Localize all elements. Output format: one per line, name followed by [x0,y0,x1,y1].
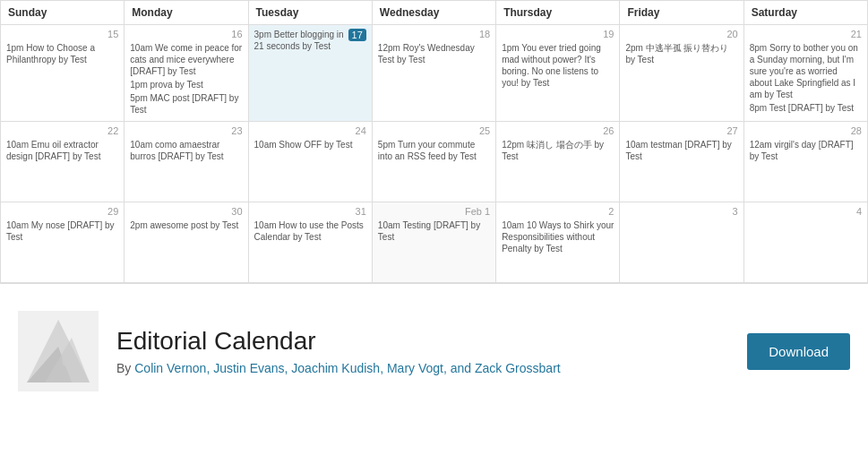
calendar-event[interactable]: 10am como amaestrar burros [DRAFT] by Te… [130,139,242,162]
day-number: 26 [502,125,614,136]
calendar-cell: Feb 110am Testing [DRAFT] by Test [372,202,495,283]
calendar-cell: 3 [620,202,743,283]
download-button[interactable]: Download [747,333,850,370]
calendar-event[interactable]: 5pm MAC post [DRAFT] by Test [130,92,242,116]
calendar-cell: 2710am testman [DRAFT] by Test [620,122,743,202]
day-number: 28 [750,125,862,136]
day-number: 4 [750,206,862,217]
day-number: 19 [502,29,614,39]
calendar-event[interactable]: 12pm 味消し 場合の手 by Test [502,139,614,162]
calendar-event[interactable]: 10am Show OFF by Test [254,139,366,150]
day-number: 30 [130,206,242,217]
day-number: 15 [6,29,118,39]
day-number: 23 [130,125,242,136]
day-number: 16 [130,29,242,39]
day-number: 3 [625,206,737,217]
calendar-cell: 255pm Turn your commute into an RSS feed… [372,122,495,202]
calendar-cell: 2812am virgil's day [DRAFT] by Test [743,122,867,202]
calendar-cell: 210am 10 Ways to Shirk your Responsibili… [496,202,620,283]
by-label: By [116,361,131,375]
calendar-event[interactable]: 2pm 中逃半孤 振り替わり by Test [625,42,737,65]
day-number: 25 [378,125,490,136]
calendar-event[interactable]: 10am My nose [DRAFT] by Test [6,219,118,243]
calendar-cell: 3110am How to use the Posts Calendar by … [248,202,372,283]
day-number: 21 [750,29,862,39]
calendar-event[interactable]: 2pm awesome post by Test [130,219,242,231]
calendar-cell: 1812pm Roy's Wednesday Test by Test [372,25,495,122]
day-number: 17 [348,29,366,41]
calendar-cell: 151pm How to Choose a Philanthropy by Te… [1,25,125,122]
calendar-event[interactable]: 8pm Sorry to bother you on a Sunday morn… [750,42,862,100]
day-number: 22 [6,125,118,136]
author-link[interactable]: Colin Vernon, Justin Evans, Joachim Kudi… [134,361,560,375]
calendar-event[interactable]: 8pm Test [DRAFT] by Test [750,102,862,114]
plugin-details: Editorial Calendar By Colin Vernon, Just… [116,327,729,375]
calendar-header-sunday: Sunday [1,1,125,25]
calendar-header-thursday: Thursday [496,1,620,25]
calendar-cell: 4 [743,202,867,283]
calendar-header-tuesday: Tuesday [248,1,372,25]
calendar-event[interactable]: 12am virgil's day [DRAFT] by Test [750,139,862,162]
calendar-cell: 202pm 中逃半孤 振り替わり by Test [620,25,743,122]
calendar-event[interactable]: 5pm Turn your commute into an RSS feed b… [378,139,490,162]
plugin-authors: By Colin Vernon, Justin Evans, Joachim K… [116,361,729,375]
calendar-header-monday: Monday [125,1,248,25]
plugin-title: Editorial Calendar [116,327,729,356]
calendar-event[interactable]: 1pm You ever tried going mad without pow… [502,42,614,89]
calendar-cell: 2210am Emu oil extractor design [DRAFT] … [1,122,125,202]
calendar-event[interactable]: 12pm Roy's Wednesday Test by Test [378,42,490,65]
calendar-cell: 191pm You ever tried going mad without p… [496,25,620,122]
plugin-icon [18,311,99,391]
calendar-event[interactable]: 10am 10 Ways to Shirk your Responsibilit… [502,219,614,254]
calendar-event[interactable]: 1pm How to Choose a Philanthropy by Test [6,42,118,65]
calendar-header-saturday: Saturday [743,1,867,25]
calendar-event[interactable]: 10am testman [DRAFT] by Test [625,139,737,162]
calendar-cell: 1610am We come in peace for cats and mic… [125,25,248,122]
calendar-cell: 2410am Show OFF by Test [248,122,372,202]
day-number: 2 [502,206,614,217]
calendar-cell: 173pm Better blogging in 21 seconds by T… [248,25,372,122]
plugin-info-section: Editorial Calendar By Colin Vernon, Just… [0,283,868,418]
day-number: Feb 1 [378,206,490,217]
calendar-event[interactable]: 10am Emu oil extractor design [DRAFT] by… [6,139,118,162]
calendar-cell: 218pm Sorry to bother you on a Sunday mo… [743,25,867,122]
day-number: 24 [254,125,366,136]
calendar-cell: 2612pm 味消し 場合の手 by Test [496,122,620,202]
calendar-event[interactable]: 10am We come in peace for cats and mice … [130,42,242,77]
calendar-header-friday: Friday [620,1,743,25]
day-number: 27 [625,125,737,136]
day-number: 29 [6,206,118,217]
calendar-cell: 302pm awesome post by Test [125,202,248,283]
calendar-event[interactable]: 10am How to use the Posts Calendar by Te… [254,219,366,243]
day-number: 31 [254,206,366,217]
calendar-cell: 2310am como amaestrar burros [DRAFT] by … [125,122,248,202]
day-number: 20 [625,29,737,39]
calendar-cell: 2910am My nose [DRAFT] by Test [1,202,125,283]
calendar-event[interactable]: 1pm prova by Test [130,79,242,90]
calendar-table: SundayMondayTuesdayWednesdayThursdayFrid… [0,0,868,283]
calendar-header-wednesday: Wednesday [372,1,495,25]
calendar-event[interactable]: 10am Testing [DRAFT] by Test [378,219,490,243]
day-number: 18 [378,29,490,39]
calendar-wrapper: SundayMondayTuesdayWednesdayThursdayFrid… [0,0,868,418]
